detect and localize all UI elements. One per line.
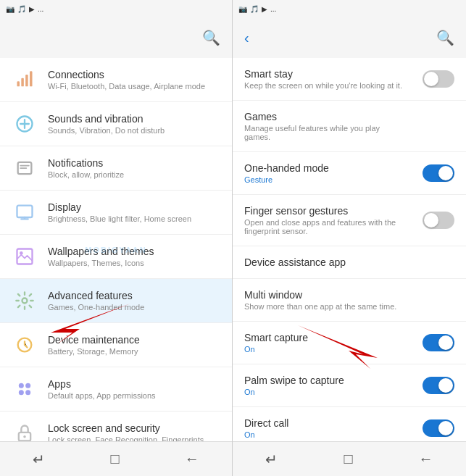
settings-item-connections[interactable]: Connections Wi-Fi, Bluetooth, Data usage… bbox=[0, 58, 232, 102]
settings-item-title-device: Device maintenance bbox=[48, 334, 140, 346]
back-icon[interactable]: ‹ bbox=[244, 30, 249, 46]
feature-text-smart-stay: Smart stay Keep the screen on while you'… bbox=[244, 68, 402, 90]
svg-rect-6 bbox=[17, 206, 33, 217]
feature-status-smart-capture: On bbox=[244, 345, 308, 354]
feature-status-palm-swipe: On bbox=[244, 388, 344, 396]
feature-subtitle-finger-sensor: Open and close apps and features with th… bbox=[244, 218, 404, 235]
nav-back-left[interactable]: ← bbox=[185, 451, 199, 467]
settings-item-subtitle-notifications: Block, allow, prioritize bbox=[48, 170, 124, 179]
music-icon-r: 🎵 bbox=[250, 5, 259, 13]
toggle-finger-sensor[interactable] bbox=[423, 212, 454, 229]
display-icon bbox=[12, 199, 38, 225]
settings-item-text-notifications: Notifications Block, allow, prioritize bbox=[48, 157, 124, 179]
feature-status-direct-call: On bbox=[244, 430, 288, 439]
feature-item-one-handed[interactable]: One-handed mode Gesture bbox=[233, 152, 466, 195]
feature-status-one-handed: Gesture bbox=[244, 175, 329, 184]
advanced-icon bbox=[12, 288, 38, 314]
settings-item-text-device: Device maintenance Battery, Storage, Mem… bbox=[48, 334, 140, 356]
more-dots-r: ... bbox=[270, 5, 276, 13]
play-icon: ▶ bbox=[29, 5, 35, 13]
feature-text-device-assistance: Device assistance app bbox=[244, 256, 346, 268]
settings-item-subtitle-wallpapers: Wallpapers, Themes, Icons bbox=[48, 259, 154, 267]
play-icon-r: ▶ bbox=[262, 5, 267, 13]
toggle-direct-call[interactable] bbox=[423, 419, 454, 437]
nav-recent-left[interactable]: ↵ bbox=[33, 451, 45, 468]
toggle-one-handed[interactable] bbox=[423, 164, 454, 182]
feature-title-direct-call: Direct call bbox=[244, 417, 288, 429]
settings-header: 🔍 bbox=[0, 17, 232, 58]
nav-home-right[interactable]: □ bbox=[344, 451, 352, 467]
settings-item-subtitle-lock: Lock screen, Face Recognition, Fingerpri… bbox=[48, 435, 210, 441]
feature-item-games: Games Manage useful features while you p… bbox=[233, 101, 466, 152]
nav-back-right[interactable]: ← bbox=[419, 451, 433, 467]
status-icons-left: 📷 🎵 ▶ ... bbox=[6, 5, 43, 13]
settings-item-advanced[interactable]: Advanced features Games, One-handed mode bbox=[0, 279, 232, 323]
feature-subtitle-games: Manage useful features while you play ga… bbox=[244, 124, 404, 141]
settings-item-device[interactable]: Device maintenance Battery, Storage, Mem… bbox=[0, 323, 232, 367]
status-bar-left: 📷 🎵 ▶ ... bbox=[0, 0, 232, 17]
settings-item-wallpapers[interactable]: Wallpapers and themes Wallpapers, Themes… bbox=[0, 235, 232, 279]
settings-item-notifications[interactable]: Notifications Block, allow, prioritize bbox=[0, 146, 232, 191]
feature-item-device-assistance: Device assistance app bbox=[233, 246, 466, 279]
settings-item-subtitle-device: Battery, Storage, Memory bbox=[48, 347, 140, 356]
features-list: Smart stay Keep the screen on while you'… bbox=[233, 58, 466, 441]
toggle-smart-stay[interactable] bbox=[423, 70, 454, 88]
toggle-smart-capture[interactable] bbox=[423, 334, 454, 351]
settings-item-subtitle-display: Brightness, Blue light filter, Home scre… bbox=[48, 214, 191, 223]
feature-text-finger-sensor: Finger sensor gestures Open and close ap… bbox=[244, 205, 404, 235]
more-dots: ... bbox=[38, 5, 43, 13]
settings-item-subtitle-apps: Default apps, App permissions bbox=[48, 391, 156, 400]
feature-item-smart-stay[interactable]: Smart stay Keep the screen on while you'… bbox=[233, 58, 466, 101]
svg-rect-3 bbox=[30, 71, 33, 86]
svg-point-14 bbox=[25, 390, 30, 395]
settings-item-title-advanced: Advanced features bbox=[48, 290, 144, 301]
svg-point-11 bbox=[19, 383, 24, 388]
feature-title-one-handed: One-handed mode bbox=[244, 162, 329, 174]
sounds-icon bbox=[12, 111, 38, 137]
wallpapers-icon bbox=[12, 243, 38, 270]
settings-item-subtitle-sounds: Sounds, Vibration, Do not disturb bbox=[48, 126, 165, 135]
feature-item-finger-sensor[interactable]: Finger sensor gestures Open and close ap… bbox=[233, 195, 466, 246]
settings-item-text-connections: Connections Wi-Fi, Bluetooth, Data usage… bbox=[48, 69, 205, 91]
settings-item-subtitle-advanced: Games, One-handed mode bbox=[48, 303, 144, 312]
settings-item-display[interactable]: Display Brightness, Blue light filter, H… bbox=[0, 191, 232, 235]
svg-rect-0 bbox=[17, 81, 20, 86]
music-icon: 🎵 bbox=[17, 5, 26, 13]
status-icons-right-left: 📷 🎵 ▶ ... bbox=[238, 5, 276, 13]
search-icon-right[interactable]: 🔍 bbox=[436, 29, 454, 46]
settings-item-title-connections: Connections bbox=[48, 69, 205, 80]
settings-item-lock[interactable]: Lock screen and security Lock screen, Fa… bbox=[0, 412, 232, 441]
search-icon-left[interactable]: 🔍 bbox=[202, 29, 220, 46]
connections-icon bbox=[12, 67, 38, 93]
settings-item-text-sounds: Sounds and vibration Sounds, Vibration, … bbox=[48, 113, 165, 135]
feature-item-direct-call[interactable]: Direct call On bbox=[233, 407, 466, 441]
settings-item-text-wallpapers: Wallpapers and themes Wallpapers, Themes… bbox=[48, 246, 154, 267]
feature-title-device-assistance: Device assistance app bbox=[244, 256, 346, 268]
camera-icon-r: 📷 bbox=[238, 5, 247, 13]
settings-item-title-lock: Lock screen and security bbox=[48, 422, 210, 434]
feature-subtitle-multi-window: Show more than one app at the same time. bbox=[244, 302, 396, 311]
toggle-palm-swipe[interactable] bbox=[423, 377, 454, 394]
feature-text-multi-window: Multi window Show more than one app at t… bbox=[244, 289, 396, 311]
nav-bar-left: ↵ □ ← bbox=[0, 441, 232, 476]
feature-item-palm-swipe[interactable]: Palm swipe to capture On bbox=[233, 364, 466, 407]
settings-item-text-lock: Lock screen and security Lock screen, Fa… bbox=[48, 422, 210, 441]
notifications-icon bbox=[12, 155, 38, 181]
svg-rect-1 bbox=[21, 78, 24, 87]
nav-recent-right[interactable]: ↵ bbox=[265, 451, 278, 468]
feature-item-multi-window: Multi window Show more than one app at t… bbox=[233, 279, 466, 322]
status-bar-right: 📷 🎵 ▶ ... bbox=[233, 0, 466, 17]
settings-item-text-apps: Apps Default apps, App permissions bbox=[48, 378, 156, 400]
camera-icon: 📷 bbox=[6, 5, 14, 13]
settings-item-sounds[interactable]: Sounds and vibration Sounds, Vibration, … bbox=[0, 102, 232, 146]
nav-home-left[interactable]: □ bbox=[110, 451, 119, 467]
feature-item-smart-capture[interactable]: Smart capture On bbox=[233, 322, 466, 364]
settings-item-title-display: Display bbox=[48, 201, 191, 213]
feature-text-one-handed: One-handed mode Gesture bbox=[244, 162, 329, 184]
settings-item-title-apps: Apps bbox=[48, 378, 156, 390]
svg-point-13 bbox=[19, 390, 24, 395]
settings-item-text-advanced: Advanced features Games, One-handed mode bbox=[48, 290, 144, 312]
lock-icon bbox=[12, 420, 38, 441]
settings-item-apps[interactable]: Apps Default apps, App permissions bbox=[0, 367, 232, 412]
svg-rect-2 bbox=[25, 75, 28, 86]
